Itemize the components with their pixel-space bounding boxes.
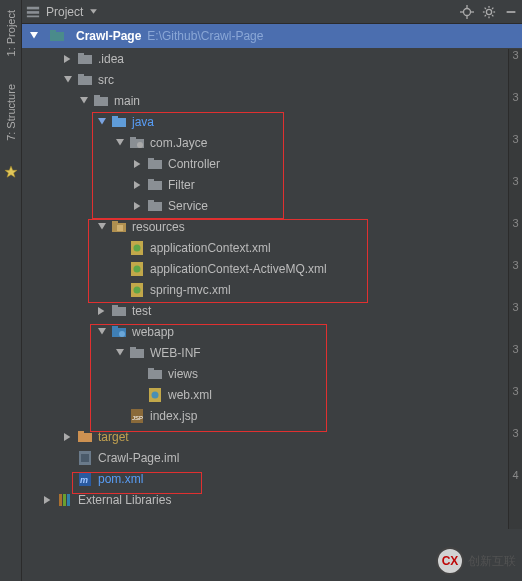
tree-item-controller[interactable]: Controller (22, 153, 522, 174)
svg-marker-61 (98, 328, 106, 334)
svg-rect-40 (148, 160, 162, 169)
breadcrumb[interactable]: Crawl-Page E:\Github\Crawl-Page (22, 24, 522, 48)
tree-label: java (132, 115, 154, 129)
chevron-right-icon[interactable] (42, 494, 54, 506)
chevron-down-icon[interactable] (78, 95, 90, 107)
svg-marker-20 (30, 32, 38, 38)
svg-rect-34 (112, 116, 118, 119)
tree-item-iml[interactable]: Crawl-Page.iml (22, 447, 522, 468)
spring-config-icon (129, 282, 145, 298)
locate-icon[interactable] (460, 5, 474, 19)
svg-rect-69 (148, 368, 154, 371)
spring-config-icon (129, 240, 145, 256)
tree-item-main[interactable]: main (22, 90, 522, 111)
svg-rect-68 (148, 370, 162, 379)
chevron-right-icon[interactable] (132, 158, 144, 170)
tree-label: pom.xml (98, 472, 143, 486)
svg-rect-51 (117, 225, 123, 231)
svg-text:JSP: JSP (132, 415, 143, 421)
tree-item-idea[interactable]: .idea (22, 48, 522, 69)
svg-rect-43 (148, 181, 162, 190)
svg-point-55 (134, 265, 141, 272)
structure-side-tab[interactable]: 7: Structure (3, 76, 19, 149)
tree-label: webapp (132, 325, 174, 339)
chevron-right-icon[interactable] (132, 200, 144, 212)
tree-label: views (168, 367, 198, 381)
chevron-down-icon[interactable] (89, 7, 98, 16)
tree-item-service[interactable]: Service (22, 195, 522, 216)
chevron-down-icon[interactable] (96, 326, 108, 338)
favorites-icon[interactable] (4, 165, 18, 179)
svg-line-16 (492, 15, 493, 16)
tree-item-filter[interactable]: Filter (22, 174, 522, 195)
project-toolbar: Project (22, 0, 522, 24)
tree-item-comjayce[interactable]: com.Jayce (22, 132, 522, 153)
chevron-down-icon[interactable] (62, 74, 74, 86)
tree-label: resources (132, 220, 185, 234)
chevron-right-icon[interactable] (96, 305, 108, 317)
chevron-down-icon[interactable] (114, 347, 126, 359)
svg-rect-59 (112, 307, 126, 316)
tree-item-indexjsp[interactable]: JSPindex.jsp (22, 405, 522, 426)
svg-point-5 (464, 8, 471, 15)
chevron-right-icon[interactable] (132, 179, 144, 191)
web-folder-icon (111, 324, 127, 340)
svg-marker-42 (134, 181, 140, 189)
package-icon (129, 135, 145, 151)
tree-item-webinf[interactable]: WEB-INF (22, 342, 522, 363)
svg-rect-30 (94, 97, 108, 106)
svg-point-53 (134, 244, 141, 251)
tree-label: External Libraries (78, 493, 171, 507)
tree-label: Crawl-Page.iml (98, 451, 179, 465)
chevron-down-icon[interactable] (114, 137, 126, 149)
folder-icon (77, 51, 93, 67)
tree-item-webapp[interactable]: webapp (22, 321, 522, 342)
folder-icon (111, 303, 127, 319)
libraries-icon (57, 492, 73, 508)
tree-item-target[interactable]: target (22, 426, 522, 447)
gear-icon[interactable] (482, 5, 496, 19)
svg-point-64 (119, 331, 125, 337)
project-side-tab[interactable]: 1: Project (3, 2, 19, 64)
svg-marker-39 (134, 160, 140, 168)
svg-rect-46 (148, 202, 162, 211)
project-name: Crawl-Page (76, 29, 141, 43)
chevron-right-icon[interactable] (62, 53, 74, 65)
folder-icon (129, 345, 145, 361)
chevron-down-icon[interactable] (96, 116, 108, 128)
tree-item-appctx[interactable]: applicationContext.xml (22, 237, 522, 258)
tree-item-appctxmq[interactable]: applicationContext-ActiveMQ.xml (22, 258, 522, 279)
svg-rect-67 (130, 347, 136, 350)
svg-marker-26 (64, 76, 72, 82)
chevron-right-icon[interactable] (62, 431, 74, 443)
svg-rect-28 (78, 74, 84, 77)
tree-item-src[interactable]: src (22, 69, 522, 90)
excluded-folder-icon (77, 429, 93, 445)
tree-item-springmvc[interactable]: spring-mvc.xml (22, 279, 522, 300)
package-icon (147, 177, 163, 193)
tree-label: web.xml (168, 388, 212, 402)
tree-item-views[interactable]: views (22, 363, 522, 384)
tree-item-test[interactable]: test (22, 300, 522, 321)
main-panel: Project Crawl-Page E:\Github\Crawl-Page … (22, 0, 522, 581)
tree-label: target (98, 430, 129, 444)
tree-item-resources[interactable]: resources (22, 216, 522, 237)
svg-marker-81 (44, 496, 50, 504)
svg-rect-44 (148, 179, 154, 182)
svg-marker-48 (98, 223, 106, 229)
watermark-text: 创新互联 (468, 553, 516, 570)
svg-rect-75 (78, 433, 92, 442)
svg-rect-37 (130, 137, 136, 140)
svg-rect-21 (50, 32, 64, 41)
tree-item-external-libraries[interactable]: External Libraries (22, 489, 522, 510)
tree-label: Service (168, 199, 208, 213)
tree-item-pom[interactable]: mpom.xml (22, 468, 522, 489)
chevron-down-icon[interactable] (28, 30, 40, 42)
collapse-icon[interactable] (504, 5, 518, 19)
project-tree: .idea src main java com.Jayce Controller… (22, 48, 522, 581)
chevron-down-icon[interactable] (96, 221, 108, 233)
tree-item-webxml[interactable]: web.xml (22, 384, 522, 405)
svg-rect-19 (507, 11, 516, 13)
project-view-icon[interactable] (26, 5, 40, 19)
tree-item-java[interactable]: java (22, 111, 522, 132)
